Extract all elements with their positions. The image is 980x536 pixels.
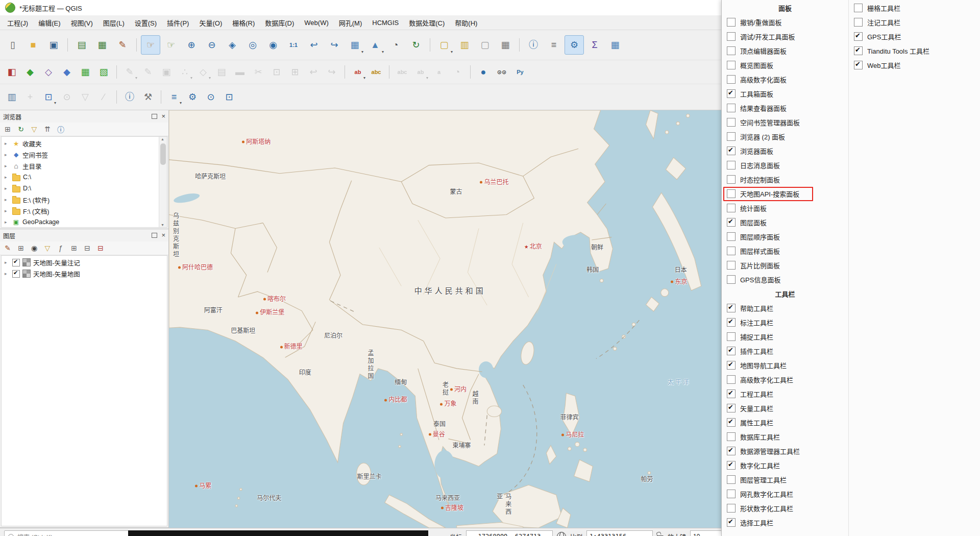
panel-menu-item-2[interactable]: 调试/开发工具面板 — [722, 29, 848, 43]
menu-checkbox[interactable] — [727, 175, 736, 184]
tianditu-layers-add-button[interactable]: ≡▾ — [165, 88, 183, 106]
panel-menu-item-16[interactable]: 图层顺序面板 — [722, 229, 848, 243]
remove-layer-button[interactable]: ⊟ — [95, 242, 106, 254]
menu-item-3[interactable]: 视图(V) — [66, 16, 98, 30]
panel-menu-item-9[interactable]: 浏览器 (2) 面板 — [722, 129, 848, 143]
browser-item-8[interactable]: ▸GeoPackage — [2, 216, 159, 227]
search-input[interactable]: 搜索 (Ctrl+K) — [4, 530, 135, 536]
toolbar-menu-item-right-3[interactable]: GPS工具栏 — [849, 29, 980, 43]
toolbar-menu-item-2[interactable]: 标注工具栏 — [722, 315, 848, 329]
panel-menu-item-5[interactable]: 高级数字化面板 — [722, 72, 848, 86]
menu-checkbox[interactable] — [727, 189, 736, 198]
browser-scrollbar[interactable] — [159, 137, 167, 227]
extents-globe-icon[interactable] — [557, 532, 566, 536]
data-source-manager-button[interactable]: ◧ — [3, 63, 20, 81]
select-by-form-button[interactable]: ▥ — [455, 35, 474, 55]
panel-menu-item-14[interactable]: 统计面板 — [722, 201, 848, 215]
current-edits-button[interactable]: ✎▾ — [121, 63, 138, 81]
menu-item-14[interactable]: 帮助(H) — [450, 16, 482, 30]
cut-features-button[interactable]: ✂ — [250, 63, 267, 81]
zoom-out-button[interactable]: ⊖ — [202, 35, 222, 55]
panel-menu-item-10[interactable]: 浏览器面板 — [722, 143, 848, 158]
toolbar-menu-item-11[interactable]: 数据源管理器工具栏 — [722, 444, 848, 458]
new-annotation-button[interactable]: ab▾ — [349, 63, 366, 81]
manage-map-themes-button[interactable]: ◉▾ — [29, 242, 40, 254]
expand-arrow-icon[interactable]: ▸ — [5, 260, 10, 265]
menu-checkbox[interactable] — [727, 389, 736, 398]
menu-checkbox[interactable] — [727, 204, 736, 212]
expand-arrow-icon[interactable]: ▸ — [5, 152, 10, 157]
zoom-native-resolution-button[interactable]: 1:1 — [284, 35, 303, 55]
pan-crosshair-button[interactable]: + — [21, 88, 39, 106]
menu-checkbox[interactable] — [727, 18, 736, 27]
statistical-summary-button[interactable]: Σ — [585, 35, 604, 55]
zoom-last-button[interactable]: ↩ — [304, 35, 324, 55]
menu-checkbox[interactable] — [854, 18, 863, 27]
scroll-thumb[interactable] — [160, 143, 166, 165]
float-panel-icon[interactable] — [152, 114, 157, 119]
panel-menu-item-8[interactable]: 空间书签管理器面板 — [722, 115, 848, 129]
menu-checkbox[interactable] — [854, 4, 863, 12]
toolbar-menu-item-right-4[interactable]: Tianditu Tools 工具栏 — [849, 43, 980, 58]
menu-checkbox[interactable] — [727, 461, 736, 470]
scale-combobox[interactable]: 1:43313156 — [586, 530, 653, 536]
save-layer-edits-button[interactable]: ▣ — [158, 63, 175, 81]
zoom-to-selection-button[interactable]: ◎ — [243, 35, 262, 55]
menu-checkbox[interactable] — [727, 132, 736, 141]
python-console-button[interactable]: Py — [511, 63, 529, 81]
panel-menu-item-12[interactable]: 时态控制面板 — [722, 172, 848, 186]
expand-arrow-icon[interactable]: ▸ — [5, 220, 10, 225]
menu-item-2[interactable]: 编辑(E) — [33, 16, 65, 30]
panel-menu-item-13[interactable]: 天地图API-搜索面板 — [722, 186, 848, 201]
toolbar-menu-item-13[interactable]: 图层管理工具栏 — [722, 472, 848, 486]
menu-checkbox[interactable] — [727, 104, 736, 112]
measure-line-button[interactable]: ∕ — [95, 88, 112, 106]
menu-checkbox[interactable] — [727, 361, 736, 370]
toolbar-menu-item-15[interactable]: 形状数字化工具栏 — [722, 501, 848, 515]
zoom-full-extent-button[interactable]: ◈ — [223, 35, 242, 55]
menu-checkbox[interactable] — [727, 332, 736, 341]
toolbar-menu-item-1[interactable]: 帮助工具栏 — [722, 301, 848, 315]
modify-attributes-button[interactable]: ▤ — [213, 63, 230, 81]
layer-checkbox[interactable] — [12, 259, 20, 266]
menu-checkbox[interactable] — [727, 61, 736, 69]
panel-menu-item-6[interactable]: 工具箱面板 — [722, 86, 848, 101]
properties-info-button[interactable]: ⓘ — [55, 124, 66, 135]
toolbar-menu-item-4[interactable]: 插件工具栏 — [722, 344, 848, 358]
tianditu-fullscreen-button[interactable]: ⊡ — [220, 88, 238, 106]
menu-item-4[interactable]: 图层(L) — [98, 16, 130, 30]
menu-item-13[interactable]: 数据处理(C) — [404, 16, 450, 30]
save-project-button[interactable]: ▣ — [44, 35, 63, 55]
menu-item-7[interactable]: 矢量(O) — [194, 16, 227, 30]
menu-checkbox[interactable] — [727, 275, 736, 284]
wrench-tool-button[interactable]: ⚒ — [139, 88, 157, 106]
new-mesh-layer-button[interactable]: ▧ — [95, 63, 112, 81]
menu-item-1[interactable]: 工程(J) — [2, 16, 33, 30]
menu-checkbox[interactable] — [727, 261, 736, 270]
collapse-all-button[interactable]: ⊟ — [82, 242, 93, 254]
toolbar-menu-item-8[interactable]: 矢量工具栏 — [722, 401, 848, 415]
panel-menu-item-11[interactable]: 日志消息面板 — [722, 158, 848, 172]
new-print-layout-button[interactable]: ▤ — [72, 35, 91, 55]
menu-item-8[interactable]: 栅格(R) — [227, 16, 260, 30]
panel-menu-item-7[interactable]: 结果查看器面板 — [722, 101, 848, 115]
tianditu-settings-button[interactable]: ⚙ — [184, 88, 201, 106]
layer-diagram-options-button[interactable]: ◔ — [449, 63, 466, 81]
filter-legend-button[interactable]: ▽ — [42, 242, 53, 254]
menu-checkbox[interactable] — [727, 490, 736, 498]
new-spatialite-layer-button[interactable]: ◆ — [58, 63, 76, 81]
zoom-in-button[interactable]: ⊕ — [182, 35, 201, 55]
menu-checkbox[interactable] — [727, 447, 736, 455]
panel-menu-item-19[interactable]: GPS信息面板 — [722, 272, 848, 286]
toolbar-menu-item-6[interactable]: 高级数字化工具栏 — [722, 372, 848, 386]
select-features-button[interactable]: ▢▾ — [434, 35, 454, 55]
magnifier-tool-button[interactable]: ⊙ — [58, 88, 76, 106]
chevron-down-icon[interactable] — [647, 533, 650, 536]
layer-item-1[interactable]: ▸天地图-矢量注记 — [2, 257, 167, 268]
menu-item-11[interactable]: 网孔(M) — [334, 16, 368, 30]
filter-by-expression-button[interactable]: ƒ — [55, 242, 66, 254]
coordinate-input[interactable]: 17268999, 6274713 — [466, 530, 553, 536]
menu-checkbox[interactable] — [727, 46, 736, 55]
float-panel-icon[interactable] — [152, 233, 157, 238]
toolbar-menu-item-7[interactable]: 工程工具栏 — [722, 386, 848, 401]
